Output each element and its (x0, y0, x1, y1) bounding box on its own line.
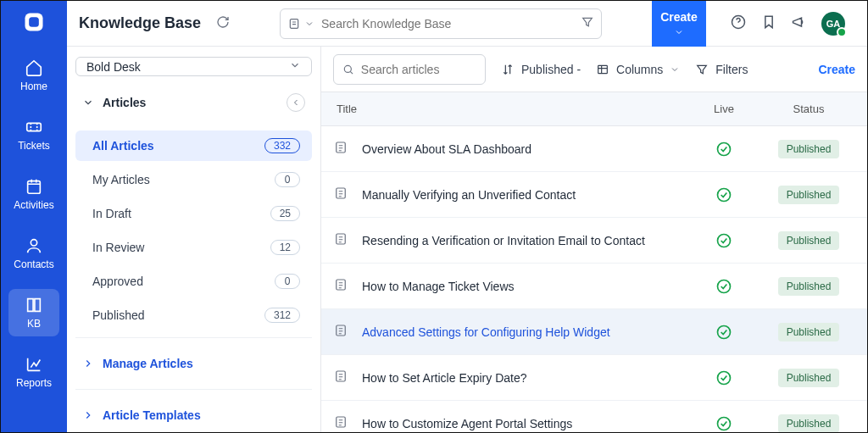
status-badge: Published (778, 369, 840, 387)
columns-label: Columns (616, 63, 663, 76)
filter-in-draft[interactable]: In Draft 25 (75, 198, 312, 229)
article-search-input[interactable] (361, 63, 476, 76)
table-row[interactable]: Resending a Verification or Invitation E… (321, 218, 867, 264)
filter-icon[interactable] (581, 15, 594, 31)
sort-published[interactable]: Published - (501, 63, 581, 76)
filter-label: Published (92, 308, 145, 322)
svg-point-7 (344, 65, 351, 72)
rail-item-activities[interactable]: Activities (8, 170, 59, 218)
filter-approved[interactable]: Approved 0 (75, 266, 312, 297)
svg-rect-5 (290, 19, 298, 28)
article-title: How to Manage Ticket Views (362, 280, 686, 293)
filter-label: My Articles (92, 173, 150, 186)
search-scope-select[interactable] (287, 17, 314, 31)
svg-point-20 (718, 371, 731, 384)
rail-item-label: KB (27, 318, 41, 330)
svg-rect-1 (29, 17, 39, 27)
table-row[interactable]: How to Set Article Expiry Date?Published (321, 355, 867, 401)
app-logo (21, 9, 47, 35)
status-badge: Published (778, 323, 840, 341)
col-status: Status (762, 103, 855, 115)
rail-item-reports[interactable]: Reports (8, 348, 59, 396)
status-cell: Published (762, 231, 855, 250)
svg-point-14 (718, 234, 731, 247)
rail-item-contacts[interactable]: Contacts (8, 230, 59, 277)
document-icon (333, 140, 348, 158)
document-icon (333, 231, 348, 249)
filters-label: Filters (715, 63, 748, 76)
create-button[interactable]: Create (652, 1, 706, 47)
status-badge: Published (778, 186, 840, 204)
filter-count: 12 (270, 240, 300, 255)
live-check-icon (686, 415, 762, 432)
sort-label: Published - (521, 63, 581, 76)
rail-item-tickets[interactable]: Tickets (8, 111, 59, 158)
svg-rect-3 (28, 181, 41, 194)
collapse-sidebar-button[interactable] (287, 93, 305, 112)
global-search-input[interactable] (321, 17, 574, 31)
topbar: Knowledge Base Create (67, 1, 867, 47)
avatar[interactable]: GA (821, 12, 845, 36)
brand-name: Bold Desk (86, 60, 141, 74)
live-check-icon (686, 278, 762, 295)
sidebar: Bold Desk Articles All Articles 332 My A… (67, 47, 321, 432)
table-row[interactable]: How to Manage Ticket ViewsPublished (321, 264, 867, 309)
chevron-down-icon (304, 19, 314, 29)
svg-point-22 (718, 417, 731, 430)
document-icon (333, 369, 348, 386)
table-row[interactable]: Advanced Settings for Configuring Help W… (321, 309, 867, 355)
page-title: Knowledge Base (79, 14, 201, 32)
manage-articles-link[interactable]: Manage Articles (75, 347, 312, 380)
article-title: How to Set Article Expiry Date? (362, 371, 686, 385)
svg-point-18 (718, 325, 731, 338)
svg-point-4 (31, 240, 36, 246)
brand-select[interactable]: Bold Desk (75, 57, 312, 76)
article-rows: Overview About SLA DashboardPublishedMan… (321, 126, 867, 432)
avatar-initials: GA (826, 19, 841, 29)
status-cell: Published (762, 186, 855, 204)
rail-item-label: Activities (14, 199, 53, 211)
status-cell: Published (762, 369, 855, 387)
table-row[interactable]: How to Customize Agent Portal SettingsPu… (321, 401, 867, 432)
online-status-icon (837, 27, 847, 37)
table-row[interactable]: Overview About SLA DashboardPublished (321, 126, 867, 172)
articles-section-header[interactable]: Articles (75, 85, 312, 120)
live-check-icon (686, 186, 762, 203)
filter-published[interactable]: Published 312 (75, 300, 312, 330)
help-icon[interactable] (730, 14, 747, 33)
rail-item-label: Contacts (14, 258, 53, 270)
article-title: Resending a Verification or Invitation E… (362, 234, 686, 247)
svg-rect-8 (598, 65, 608, 73)
nav-rail: Home Tickets Activities Contacts KB Repo… (1, 1, 67, 432)
columns-select[interactable]: Columns (596, 63, 680, 76)
megaphone-icon[interactable] (791, 14, 808, 33)
article-templates-link[interactable]: Article Templates (75, 398, 312, 432)
filter-label: In Review (92, 241, 144, 254)
status-badge: Published (778, 140, 840, 158)
live-check-icon (686, 369, 762, 386)
global-search[interactable] (280, 8, 602, 39)
filter-in-review[interactable]: In Review 12 (75, 232, 312, 263)
refresh-icon[interactable] (216, 15, 230, 31)
rail-item-label: Home (20, 80, 47, 92)
filter-count: 0 (275, 274, 300, 289)
sort-icon (501, 63, 515, 76)
rail-item-kb[interactable]: KB (8, 289, 59, 336)
svg-point-10 (718, 142, 731, 155)
svg-rect-2 (27, 123, 42, 130)
document-icon (333, 186, 348, 203)
status-cell: Published (762, 414, 855, 433)
filter-my-articles[interactable]: My Articles 0 (75, 164, 312, 195)
article-search[interactable] (333, 54, 486, 85)
status-cell: Published (762, 323, 855, 341)
rail-item-home[interactable]: Home (8, 52, 59, 99)
filter-count: 25 (270, 206, 300, 221)
bookmark-icon[interactable] (760, 14, 777, 33)
create-article-button[interactable]: Create (818, 63, 855, 76)
live-check-icon (686, 324, 762, 341)
table-row[interactable]: Manually Verifying an Unverified Contact… (321, 172, 867, 218)
content-area: Published - Columns Filters Create Title (321, 47, 867, 432)
filter-all-articles[interactable]: All Articles 332 (75, 130, 312, 161)
search-icon (342, 63, 354, 76)
filters-button[interactable]: Filters (695, 63, 748, 76)
